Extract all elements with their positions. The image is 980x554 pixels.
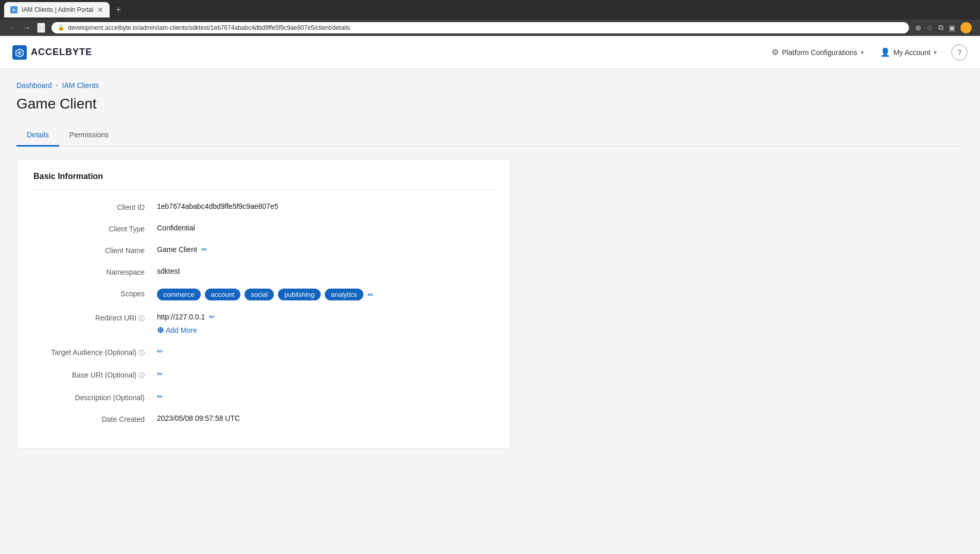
breadcrumb-separator: › [56,82,58,89]
base-uri-row: Base URI (Optional) ⓘ ✏ [33,370,494,380]
profile-avatar[interactable] [960,22,972,33]
client-name-label: Client Name [33,245,157,255]
user-icon: 👤 [880,47,890,57]
help-button[interactable]: ? [951,44,968,61]
redirect-uri-row: Redirect URI ⓘ http://127.0.0.1 ✏ ⊕ Add … [33,313,494,335]
namespace-value: sdktest [157,267,494,275]
svg-marker-1 [18,50,22,56]
help-icon: ? [957,48,961,57]
gear-icon: ⚙ [772,47,779,57]
add-more-icon: ⊕ [157,325,164,335]
client-name-edit-icon[interactable]: ✏ [201,245,207,254]
target-audience-edit-icon[interactable]: ✏ [157,347,163,355]
redirect-uri-info-icon: ⓘ [138,315,145,322]
card-title: Basic Information [33,172,494,190]
scope-tag-publishing: publishing [278,289,321,300]
tab-details[interactable]: Details [16,124,59,147]
client-id-label: Client ID [33,202,157,211]
tab-favicon: A [10,6,18,13]
platform-config-label: Platform Configurations [782,48,857,57]
description-value: ✏ [157,392,494,401]
client-type-value: Confidential [157,224,494,232]
platform-config-chevron: ▾ [861,49,864,56]
scope-tag-commerce: commerce [157,289,201,300]
page-title: Game Client [16,96,964,112]
zoom-button[interactable]: ⊕ [915,24,921,32]
client-type-row: Client Type Confidential [33,224,494,233]
base-uri-label: Base URI (Optional) ⓘ [33,370,157,380]
breadcrumb-iam-clients[interactable]: IAM Clients [62,81,99,90]
target-audience-value: ✏ [157,347,494,355]
client-id-row: Client ID 1eb7674ababc4dbd9ffe5f9c9ae807… [33,202,494,211]
browser-actions: ⊕ ☆ ⧉ ▣ [915,22,972,33]
browser-chrome: A IAM Clients | Admin Portal ✕ + [0,0,980,20]
my-account-label: My Account [894,48,931,57]
tab-title: IAM Clients | Admin Portal [22,6,93,13]
uri-row: http://127.0.0.1 ✏ ⊕ Add More [157,313,215,335]
logo-text: ACCELBYTE [31,47,92,58]
redirect-uri-label: Redirect URI ⓘ [33,313,157,323]
description-row: Description (Optional) ✏ [33,392,494,402]
client-type-label: Client Type [33,224,157,233]
target-audience-row: Target Audience (Optional) ⓘ ✏ [33,347,494,358]
target-audience-info-icon: ⓘ [138,349,145,356]
logo-area[interactable]: ACCELBYTE [12,45,92,60]
scope-tag-analytics: analytics [325,289,363,300]
namespace-row: Namespace sdktest [33,267,494,276]
scopes-edit-icon[interactable]: ✏ [367,291,374,299]
reload-button[interactable]: ↻ [37,23,45,33]
scope-tag-social: social [244,289,274,300]
redirect-uri-value: http://127.0.0.1 ✏ ⊕ Add More [157,313,494,335]
logo-icon [12,45,27,60]
my-account-chevron: ▾ [934,49,937,56]
main-content: Dashboard › IAM Clients Game Client Deta… [0,69,980,473]
add-more-button[interactable]: ⊕ Add More [157,325,215,335]
description-label: Description (Optional) [33,392,157,402]
tab-permissions[interactable]: Permissions [59,124,119,147]
lock-icon: 🔒 [58,24,65,31]
breadcrumb: Dashboard › IAM Clients [16,81,964,90]
date-created-value: 2023/05/08 09:57:58 UTC [157,414,494,422]
tabs-container: Details Permissions [16,124,964,147]
client-name-value: Game Client ✏ [157,245,494,254]
date-created-label: Date Created [33,414,157,423]
extensions-button[interactable]: ⧉ [938,23,943,32]
scope-tag-account: account [205,289,241,300]
base-uri-info-icon: ⓘ [138,372,145,379]
new-tab-button[interactable]: + [116,5,121,15]
description-edit-icon[interactable]: ✏ [157,392,163,401]
browser-tab[interactable]: A IAM Clients | Admin Portal ✕ [4,2,110,17]
platform-config-menu[interactable]: ⚙ Platform Configurations ▾ [765,43,869,61]
breadcrumb-dashboard[interactable]: Dashboard [16,81,52,90]
client-id-value: 1eb7674ababc4dbd9ffe5f9c9ae807e5 [157,202,494,210]
uri-line: http://127.0.0.1 ✏ [157,313,215,321]
date-created-row: Date Created 2023/05/08 09:57:58 UTC [33,414,494,423]
forward-button[interactable]: → [23,23,31,32]
browser-controls: ← → ↻ 🔒 development.accelbyte.io/admin/i… [0,20,980,36]
my-account-menu[interactable]: 👤 My Account ▾ [874,43,943,61]
bookmark-button[interactable]: ☆ [926,24,933,32]
scopes-label: Scopes [33,289,157,298]
scopes-row: Scopes commerce account social publishin… [33,289,494,300]
redirect-uri-edit-icon[interactable]: ✏ [209,313,215,321]
namespace-label: Namespace [33,267,157,276]
address-bar[interactable]: 🔒 development.accelbyte.io/admin/iam-cli… [51,22,909,33]
tab-close-button[interactable]: ✕ [97,6,103,14]
base-uri-value: ✏ [157,370,494,378]
app-header: ACCELBYTE ⚙ Platform Configurations ▾ 👤 … [0,36,980,69]
back-button[interactable]: ← [8,23,16,32]
layout-button[interactable]: ▣ [949,24,955,32]
client-name-row: Client Name Game Client ✏ [33,245,494,255]
url-text: development.accelbyte.io/admin/iam-clien… [68,24,350,31]
base-uri-edit-icon[interactable]: ✏ [157,370,163,378]
header-nav: ⚙ Platform Configurations ▾ 👤 My Account… [765,43,968,61]
scopes-value: commerce account social publishing analy… [157,289,494,300]
basic-information-card: Basic Information Client ID 1eb7674ababc… [16,159,511,449]
target-audience-label: Target Audience (Optional) ⓘ [33,347,157,358]
